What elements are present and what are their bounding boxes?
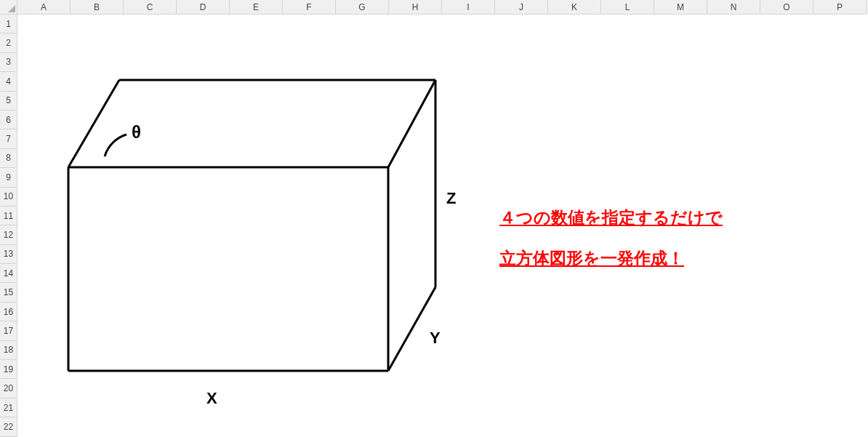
row-header[interactable]: 5 (0, 92, 17, 111)
col-header[interactable]: E (230, 0, 283, 15)
row-header[interactable]: 14 (0, 264, 17, 283)
row-header[interactable]: 11 (0, 207, 17, 225)
row-header[interactable]: 15 (0, 283, 17, 302)
row-header[interactable]: 20 (0, 379, 17, 398)
col-header[interactable]: K (548, 0, 601, 15)
row-header[interactable]: 13 (0, 245, 17, 264)
col-header[interactable]: F (283, 0, 336, 15)
row-headers: 1 2 3 4 5 6 7 8 9 10 11 12 13 14 15 16 1… (0, 15, 17, 437)
col-header[interactable]: A (17, 0, 71, 15)
row-header[interactable]: 21 (0, 398, 17, 417)
col-header[interactable]: J (495, 0, 548, 15)
row-header[interactable]: 19 (0, 360, 17, 379)
row-header[interactable]: 8 (0, 149, 17, 168)
col-header[interactable]: O (760, 0, 813, 15)
col-header[interactable]: I (442, 0, 495, 15)
row-header[interactable]: 3 (0, 53, 17, 72)
select-all-corner[interactable] (0, 0, 17, 15)
row-header[interactable]: 16 (0, 302, 17, 321)
col-header[interactable]: L (601, 0, 654, 15)
row-header[interactable]: 9 (0, 168, 17, 187)
col-header[interactable]: D (177, 0, 230, 15)
row-header[interactable]: 12 (0, 225, 17, 244)
row-header[interactable]: 18 (0, 341, 17, 360)
col-header[interactable]: M (654, 0, 707, 15)
row-header[interactable]: 7 (0, 129, 17, 148)
row-header[interactable]: 10 (0, 188, 17, 207)
row-header[interactable]: 6 (0, 111, 17, 129)
col-header[interactable]: B (71, 0, 124, 15)
row-header[interactable]: 2 (0, 33, 17, 52)
row-header[interactable]: 22 (0, 417, 17, 436)
row-header[interactable]: 17 (0, 321, 17, 340)
cells-area[interactable] (17, 15, 868, 437)
col-header[interactable]: N (707, 0, 760, 15)
col-header[interactable]: C (124, 0, 177, 15)
col-header[interactable]: P (813, 0, 867, 15)
col-header[interactable]: G (336, 0, 389, 15)
row-header[interactable]: 4 (0, 72, 17, 91)
row-header[interactable]: 1 (0, 15, 17, 33)
column-headers: A B C D E F G H I J K L M N O P (17, 0, 868, 15)
col-header[interactable]: H (389, 0, 442, 15)
